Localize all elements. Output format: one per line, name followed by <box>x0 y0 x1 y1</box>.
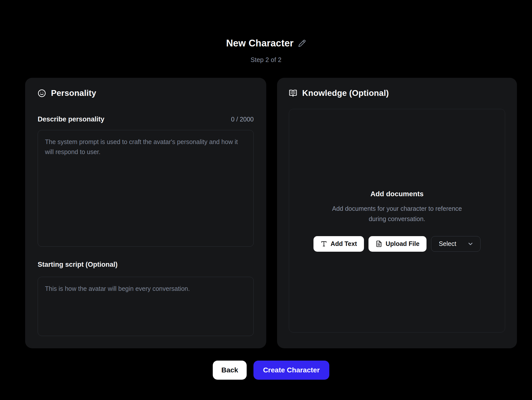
starting-script-textarea[interactable] <box>38 277 254 336</box>
personality-panel: Personality Describe personality 0 / 200… <box>25 78 266 348</box>
pencil-icon[interactable] <box>298 39 306 47</box>
create-character-button[interactable]: Create Character <box>253 361 329 380</box>
page-title: New Character <box>226 38 294 49</box>
knowledge-panel: Knowledge (Optional) Add documents Add d… <box>277 78 517 348</box>
new-character-page: New Character Step 2 of 2 Personality <box>0 0 532 400</box>
panels-row: Personality Describe personality 0 / 200… <box>25 78 517 348</box>
footer-actions: Back Create Character <box>25 361 517 380</box>
back-button[interactable]: Back <box>213 361 247 380</box>
back-label: Back <box>221 366 238 374</box>
script-label-row: Starting script (Optional) <box>38 261 254 269</box>
personality-title: Personality <box>51 88 96 98</box>
add-documents-description: Add documents for your character to refe… <box>323 204 471 224</box>
file-text-icon <box>376 240 382 247</box>
type-t-icon <box>321 240 327 247</box>
document-buttons-row: Add Text Upload File Select <box>313 236 481 252</box>
documents-dropzone: Add documents Add documents for your cha… <box>289 109 505 332</box>
knowledge-header: Knowledge (Optional) <box>289 88 505 98</box>
upload-file-button[interactable]: Upload File <box>368 236 427 252</box>
add-text-button[interactable]: Add Text <box>313 236 364 252</box>
select-dropdown[interactable]: Select <box>431 236 481 252</box>
add-text-label: Add Text <box>331 240 357 247</box>
char-counter: 0 / 2000 <box>231 116 254 123</box>
create-character-label: Create Character <box>263 366 320 374</box>
smiley-face-icon <box>38 89 46 97</box>
describe-label-row: Describe personality 0 / 2000 <box>38 115 254 123</box>
book-open-icon <box>289 89 297 97</box>
chevron-down-icon <box>467 241 474 247</box>
starting-script-label: Starting script (Optional) <box>38 261 118 269</box>
add-documents-heading: Add documents <box>370 190 424 198</box>
personality-header: Personality <box>38 88 254 98</box>
upload-file-label: Upload File <box>386 240 419 247</box>
knowledge-title: Knowledge (Optional) <box>302 88 389 98</box>
page-header: New Character Step 2 of 2 <box>0 38 532 63</box>
select-label: Select <box>439 240 456 247</box>
title-row: New Character <box>226 38 306 49</box>
step-indicator: Step 2 of 2 <box>0 56 532 63</box>
describe-personality-label: Describe personality <box>38 115 104 123</box>
describe-personality-textarea[interactable] <box>38 130 254 247</box>
